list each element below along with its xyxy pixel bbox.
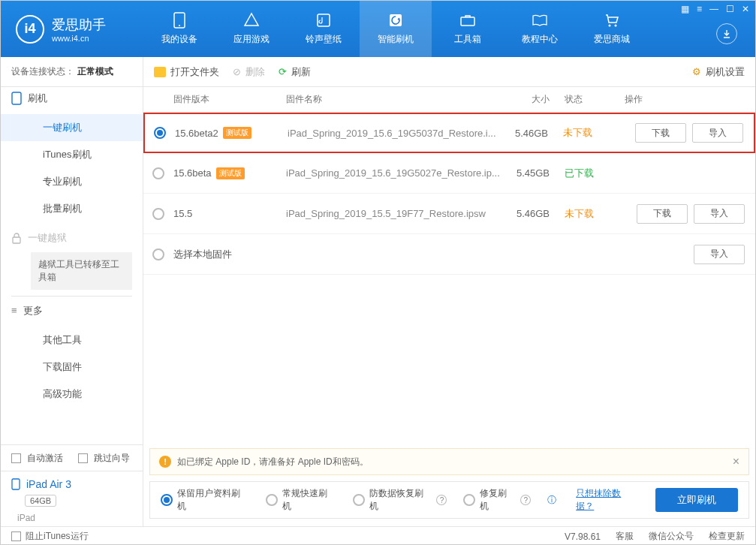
help-icon[interactable]: ? xyxy=(520,495,531,505)
help-icon[interactable]: ? xyxy=(436,495,447,505)
svg-point-5 xyxy=(609,25,611,27)
win-maximize-icon[interactable]: ☐ xyxy=(726,4,734,14)
warning-bar: ! 如已绑定 Apple ID，请准备好 Apple ID和密码。 × xyxy=(149,448,749,475)
import-button[interactable]: 导入 xyxy=(694,245,745,264)
firmware-radio[interactable] xyxy=(154,127,166,139)
nav-my-device[interactable]: 我的设备 xyxy=(143,1,215,57)
nav-flash[interactable]: 智能刷机 xyxy=(360,1,432,57)
svg-rect-7 xyxy=(12,92,21,104)
firmware-row[interactable]: 选择本地固件导入 xyxy=(143,234,755,275)
download-button[interactable]: 下载 xyxy=(635,123,686,143)
svg-point-6 xyxy=(615,25,617,27)
import-button[interactable]: 导入 xyxy=(692,123,743,143)
win-menu-icon[interactable]: ≡ xyxy=(697,4,702,14)
col-version: 固件版本 xyxy=(173,93,286,106)
win-close-icon[interactable]: ✕ xyxy=(742,4,749,14)
sidebar: 设备连接状态：正常模式 刷机 一键刷机 iTunes刷机 专业刷机 批量刷机 一… xyxy=(1,57,143,526)
firmware-size-cell: 5.46GB xyxy=(505,208,565,219)
firmware-radio[interactable] xyxy=(152,167,164,179)
skip-guide-label: 跳过向导 xyxy=(94,452,130,465)
col-ops: 操作 xyxy=(625,93,745,106)
flash-now-button[interactable]: 立即刷机 xyxy=(655,488,738,512)
download-indicator-icon[interactable] xyxy=(716,23,737,44)
footer-wechat[interactable]: 微信公众号 xyxy=(649,530,694,543)
erase-data-link[interactable]: 只想抹除数据？ xyxy=(576,487,639,513)
firmware-status-cell: 未下载 xyxy=(563,126,623,140)
firmware-ops-cell: 下载导入 xyxy=(625,204,745,224)
device-icon xyxy=(171,12,188,29)
flash-section-icon xyxy=(11,92,22,105)
sidebar-item-itunes-flash[interactable]: iTunes刷机 xyxy=(1,141,143,168)
footer-service[interactable]: 客服 xyxy=(616,530,634,543)
sidebar-item-pro-flash[interactable]: 专业刷机 xyxy=(1,168,143,195)
auto-activate-label: 自动激活 xyxy=(27,452,63,465)
nav-toolbox[interactable]: 工具箱 xyxy=(432,1,504,57)
toolbox-icon xyxy=(459,12,476,29)
flash-mode-option[interactable]: 保留用户资料刷机 xyxy=(161,487,249,513)
win-grid-icon[interactable]: ▦ xyxy=(681,4,689,14)
refresh-icon: ⟳ xyxy=(279,66,287,77)
device-type: iPad xyxy=(1,510,143,526)
lock-icon xyxy=(11,232,22,244)
app-header: i4 爱思助手 www.i4.cn 我的设备 应用游戏 铃声壁纸 智能刷机 工具… xyxy=(1,1,755,57)
download-button[interactable]: 下载 xyxy=(637,204,688,224)
mode-radio[interactable] xyxy=(353,494,365,506)
svg-rect-9 xyxy=(12,479,20,489)
device-name[interactable]: iPad Air 3 xyxy=(26,478,71,490)
device-icon-small xyxy=(11,478,20,490)
col-size: 大小 xyxy=(505,93,565,106)
flash-settings-button[interactable]: ⚙ 刷机设置 xyxy=(692,65,745,79)
book-icon xyxy=(532,12,548,29)
logo-area: i4 爱思助手 www.i4.cn xyxy=(1,15,143,44)
flash-mode-option[interactable]: 防数据恢复刷机? xyxy=(353,487,447,513)
sidebar-item-oneclick-flash[interactable]: 一键刷机 xyxy=(1,114,143,141)
sidebar-item-download-fw[interactable]: 下载固件 xyxy=(1,354,143,381)
beta-badge: 测试版 xyxy=(223,127,251,139)
footer-check-update[interactable]: 检查更新 xyxy=(709,530,745,543)
nav-tutorials[interactable]: 教程中心 xyxy=(504,1,576,57)
firmware-size-cell: 5.46GB xyxy=(503,128,563,139)
mode-radio[interactable] xyxy=(463,494,475,506)
mode-radio[interactable] xyxy=(266,494,278,506)
flash-mode-option[interactable]: 常规快速刷机 xyxy=(266,487,336,513)
auto-activate-checkbox[interactable] xyxy=(11,453,21,463)
sidebar-section-more[interactable]: ≡ 更多 xyxy=(1,300,143,322)
win-minimize-icon[interactable]: — xyxy=(709,4,718,14)
firmware-radio[interactable] xyxy=(152,248,164,260)
svg-rect-4 xyxy=(461,17,474,26)
firmware-version-cell: 15.5 xyxy=(173,208,286,219)
nav-ringtones[interactable]: 铃声壁纸 xyxy=(288,1,360,57)
sidebar-section-jailbreak: 一键越狱 xyxy=(1,227,143,249)
svg-rect-8 xyxy=(13,237,20,243)
svg-point-1 xyxy=(179,25,180,26)
info-icon[interactable]: ⓘ xyxy=(547,494,556,507)
sidebar-item-batch-flash[interactable]: 批量刷机 xyxy=(1,195,143,222)
nav-apps[interactable]: 应用游戏 xyxy=(215,1,288,57)
window-controls: ▦ ≡ — ☐ ✕ xyxy=(681,4,749,14)
apps-icon xyxy=(243,12,260,29)
music-icon xyxy=(315,12,332,29)
import-button[interactable]: 导入 xyxy=(694,204,745,224)
delete-button[interactable]: ⊘ 删除 xyxy=(233,65,265,79)
firmware-status-cell: 已下载 xyxy=(565,167,625,180)
col-name: 固件名称 xyxy=(286,93,505,106)
mode-radio[interactable] xyxy=(161,494,173,506)
flash-mode-option[interactable]: 修复刷机? xyxy=(463,487,531,513)
firmware-rows: 15.6beta2测试版iPad_Spring_2019_15.6_19G503… xyxy=(143,113,755,275)
firmware-row[interactable]: 15.6beta测试版iPad_Spring_2019_15.6_19G5027… xyxy=(143,153,755,194)
firmware-version-cell: 15.6beta测试版 xyxy=(173,167,286,179)
firmware-radio[interactable] xyxy=(152,208,164,220)
open-folder-button[interactable]: 打开文件夹 xyxy=(154,65,219,79)
nav-store[interactable]: 爱思商城 xyxy=(576,1,648,57)
firmware-row[interactable]: 15.6beta2测试版iPad_Spring_2019_15.6_19G503… xyxy=(143,113,755,153)
sidebar-item-other-tools[interactable]: 其他工具 xyxy=(1,327,143,354)
sidebar-section-flash[interactable]: 刷机 xyxy=(1,87,143,110)
refresh-button[interactable]: ⟳ 刷新 xyxy=(279,65,311,79)
connection-status: 设备连接状态：正常模式 xyxy=(1,57,143,87)
firmware-row[interactable]: 15.5iPad_Spring_2019_15.5_19F77_Restore.… xyxy=(143,194,755,234)
block-itunes-checkbox[interactable] xyxy=(11,531,21,541)
firmware-status-cell: 未下载 xyxy=(565,207,625,221)
sidebar-item-advanced[interactable]: 高级功能 xyxy=(1,381,143,408)
skip-guide-checkbox[interactable] xyxy=(78,453,88,463)
warning-close-icon[interactable]: × xyxy=(733,455,739,468)
